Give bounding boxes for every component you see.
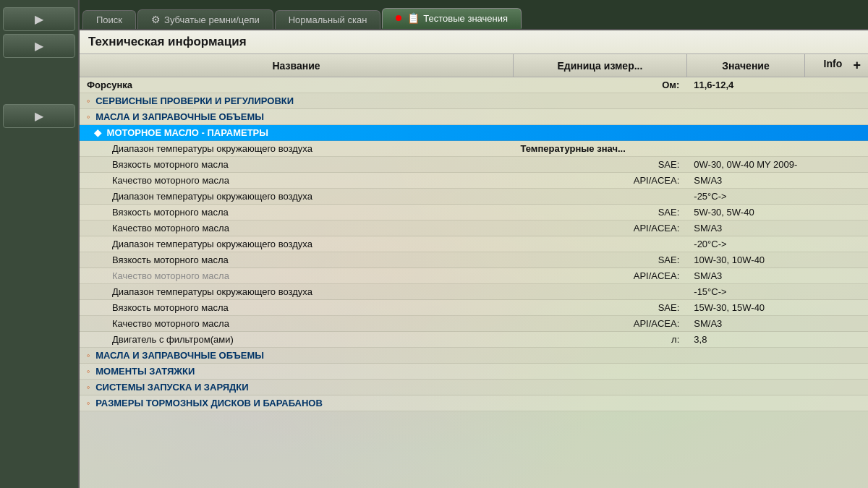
plus-icon[interactable]: + bbox=[853, 58, 861, 73]
row-name: ◦ МОМЕНТЫ ЗАТЯЖКИ bbox=[80, 364, 868, 380]
table-row: Вязкость моторного масла SAE: 10W-30, 10… bbox=[80, 252, 868, 268]
timing-icon: ⚙ bbox=[151, 14, 161, 25]
row-info bbox=[805, 332, 868, 348]
row-unit bbox=[514, 236, 687, 252]
row-unit: л: bbox=[514, 332, 687, 348]
table-row-highlighted[interactable]: ◆ МОТОРНОЕ МАСЛО - ПАРАМЕТРЫ bbox=[80, 125, 868, 141]
row-name: Качество моторного масла bbox=[80, 221, 514, 236]
row-unit: API/ACEA: bbox=[514, 221, 687, 236]
bullet-circle-icon: ◦ bbox=[87, 366, 90, 377]
row-name: ◦ МАСЛА И ЗАПРАВОЧНЫЕ ОБЪЕМЫ bbox=[80, 109, 868, 125]
row-name: Форсунка bbox=[80, 77, 514, 93]
row-name: Диапазон температуры окружающего воздуха bbox=[80, 284, 514, 300]
row-name: Качество моторного масла bbox=[80, 268, 514, 284]
row-name: ◦ СИСТЕМЫ ЗАПУСКА И ЗАРЯДКИ bbox=[80, 380, 868, 395]
row-value: -15°C-> bbox=[686, 284, 805, 300]
row-value: SM/A3 bbox=[686, 221, 805, 236]
table-row: Вязкость моторного масла SAE: 0W-30, 0W-… bbox=[80, 157, 868, 173]
tab-search[interactable]: Поиск bbox=[82, 10, 136, 29]
row-name: Вязкость моторного масла bbox=[80, 300, 514, 316]
table-row: Качество моторного масла API/ACEA: SM/A3 bbox=[80, 316, 868, 332]
row-value: 0W-30, 0W-40 MY 2009- bbox=[686, 157, 805, 173]
row-unit bbox=[514, 284, 687, 300]
row-unit: API/ACEA: bbox=[514, 173, 687, 189]
table-row: ◦ МОМЕНТЫ ЗАТЯЖКИ bbox=[80, 364, 868, 380]
row-unit: SAE: bbox=[514, 157, 687, 173]
table-row: Диапазон температуры окружающего воздуха… bbox=[80, 189, 868, 205]
row-name: ◦ МАСЛА И ЗАПРАВОЧНЫЕ ОБЪЕМЫ bbox=[80, 348, 868, 364]
row-info bbox=[805, 316, 868, 332]
bullet-diamond-icon: ◆ bbox=[94, 127, 101, 138]
row-unit: SAE: bbox=[514, 205, 687, 221]
row-info bbox=[805, 77, 868, 93]
tab-normal-scan[interactable]: Нормальный скан bbox=[275, 10, 381, 29]
tab-search-label: Поиск bbox=[96, 14, 122, 25]
row-name: Качество моторного масла bbox=[80, 173, 514, 189]
sidebar-arrow-3[interactable]: ▶ bbox=[3, 104, 75, 128]
table-body: Форсунка Ом: 11,6-12,4 ◦ СЕРВИСНЫЕ ПРОВЕ… bbox=[80, 77, 868, 411]
table-row: ◦ СЕРВИСНЫЕ ПРОВЕРКИ И РЕГУЛИРОВКИ bbox=[80, 93, 868, 109]
bullet-circle-icon: ◦ bbox=[87, 398, 90, 408]
col-header-unit: Единица измер... bbox=[514, 54, 687, 77]
row-info bbox=[805, 236, 868, 252]
bullet-circle-icon: ◦ bbox=[87, 111, 90, 122]
row-info bbox=[805, 141, 868, 157]
row-name: Вязкость моторного масла bbox=[80, 205, 514, 221]
sidebar-arrow-2[interactable]: ▶ bbox=[3, 34, 75, 58]
left-sidebar: ▶ ▶ ▶ bbox=[0, 0, 80, 488]
tab-normal-scan-label: Нормальный скан bbox=[289, 14, 367, 25]
table-row: ◦ МАСЛА И ЗАПРАВОЧНЫЕ ОБЪЕМЫ bbox=[80, 109, 868, 125]
tab-test-values[interactable]: 📋 Тестовые значения bbox=[382, 8, 522, 29]
bullet-circle-icon: ◦ bbox=[87, 382, 90, 393]
tab-timing[interactable]: ⚙ Зубчатые ремни/цепи bbox=[137, 9, 273, 29]
page-title: Техническая информация bbox=[88, 35, 247, 48]
row-info bbox=[805, 205, 868, 221]
bullet-circle-icon: ◦ bbox=[87, 95, 90, 106]
row-name: Диапазон температуры окружающего воздуха bbox=[80, 141, 514, 157]
table-row: ◦ РАЗМЕРЫ ТОРМОЗНЫХ ДИСКОВ И БАРАБАНОВ bbox=[80, 395, 868, 411]
table-container: Название Единица измер... Значение Info … bbox=[80, 54, 868, 488]
row-value: SM/A3 bbox=[686, 268, 805, 284]
row-name: Качество моторного масла bbox=[80, 316, 514, 332]
tab-test-values-label: Тестовые значения bbox=[423, 13, 508, 24]
table-row: Качество моторного масла API/ACEA: SM/A3 bbox=[80, 221, 868, 236]
table-row: Качество моторного масла API/ACEA: SM/A3 bbox=[80, 173, 868, 189]
tab-timing-label: Зубчатые ремни/цепи bbox=[164, 14, 260, 25]
row-info bbox=[805, 189, 868, 205]
col-header-name: Название bbox=[80, 54, 514, 77]
page-header: Техническая информация bbox=[80, 30, 868, 54]
row-unit: SAE: bbox=[514, 252, 687, 268]
row-info bbox=[805, 300, 868, 316]
table-row: Вязкость моторного масла SAE: 5W-30, 5W-… bbox=[80, 205, 868, 221]
row-unit: API/ACEA: bbox=[514, 316, 687, 332]
row-unit bbox=[514, 189, 687, 205]
col-header-info: Info + bbox=[805, 54, 868, 77]
table-row: Диапазон температуры окружающего воздуха… bbox=[80, 284, 868, 300]
row-value: SM/A3 bbox=[686, 316, 805, 332]
table-row: Диапазон температуры окружающего воздуха… bbox=[80, 141, 868, 157]
table-header: Название Единица измер... Значение Info … bbox=[80, 54, 868, 77]
row-unit: API/ACEA: bbox=[514, 268, 687, 284]
screen: ▶ ▶ ▶ Поиск ⚙ Зубчатые ремни/цепи Нормал… bbox=[0, 0, 868, 488]
sidebar-arrow-1[interactable]: ▶ bbox=[3, 7, 75, 31]
row-name: Диапазон температуры окружающего воздуха bbox=[80, 189, 514, 205]
row-name: Вязкость моторного масла bbox=[80, 252, 514, 268]
table-row: ◦ МАСЛА И ЗАПРАВОЧНЫЕ ОБЪЕМЫ bbox=[80, 348, 868, 364]
table-row: ◦ СИСТЕМЫ ЗАПУСКА И ЗАРЯДКИ bbox=[80, 380, 868, 395]
row-name: Вязкость моторного масла bbox=[80, 157, 514, 173]
data-table: Название Единица измер... Значение Info … bbox=[80, 54, 868, 411]
row-name: ◦ СЕРВИСНЫЕ ПРОВЕРКИ И РЕГУЛИРОВКИ bbox=[80, 93, 868, 109]
col-header-value: Значение bbox=[686, 54, 805, 77]
row-value: 10W-30, 10W-40 bbox=[686, 252, 805, 268]
bullet-circle-icon: ◦ bbox=[87, 350, 90, 361]
row-value: SM/A3 bbox=[686, 173, 805, 189]
row-info bbox=[805, 268, 868, 284]
row-value: -25°C-> bbox=[686, 189, 805, 205]
row-value: 15W-30, 15W-40 bbox=[686, 300, 805, 316]
table-row: Двигатель с фильтром(ами) л: 3,8 bbox=[80, 332, 868, 348]
table-row: Качество моторного масла API/ACEA: SM/A3 bbox=[80, 268, 868, 284]
row-name: Двигатель с фильтром(ами) bbox=[80, 332, 514, 348]
test-values-icon: 📋 bbox=[407, 12, 420, 24]
row-info bbox=[805, 157, 868, 173]
row-value: 11,6-12,4 bbox=[686, 77, 805, 93]
